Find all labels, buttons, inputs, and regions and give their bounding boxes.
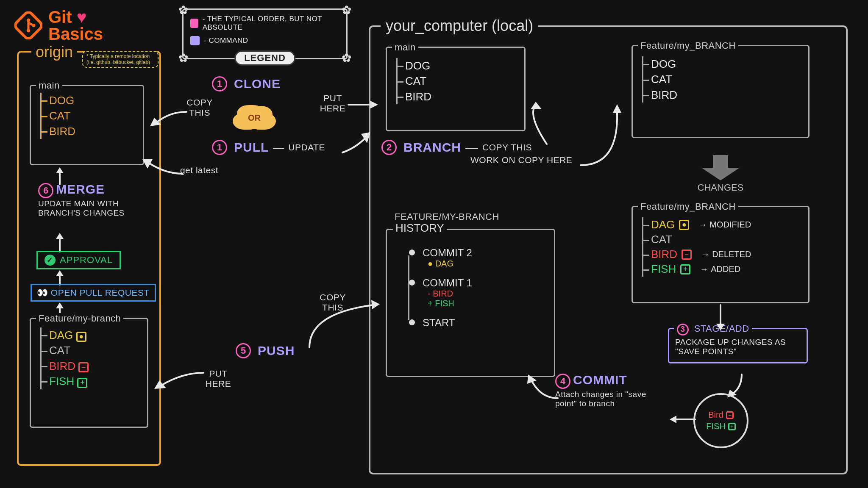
arrow-push-from-history: [305, 297, 381, 352]
svg-marker-19: [154, 380, 166, 389]
file-item-deleted: BIRD −: [40, 358, 141, 374]
approval-text: APPROVAL: [60, 255, 113, 266]
file-item: BIRD: [396, 89, 518, 104]
pr-text: OPEN PULL REQUEST: [51, 288, 150, 297]
file-item: CAT: [40, 108, 137, 123]
history-box: FEATURE/MY-BRANCH HISTORY COMMIT 2 ● DAG…: [386, 229, 555, 377]
pull-update: UPDATE: [288, 142, 325, 152]
file-item-added: FISH + ADDED: [642, 262, 802, 277]
commit-step: 4COMMIT Attach changes in "save point" t…: [555, 373, 674, 408]
arrow-clone-right: [348, 98, 378, 111]
pull-get-latest: get latest: [178, 165, 220, 175]
changes-label: CHANGES: [695, 182, 746, 193]
svg-marker-13: [370, 101, 378, 108]
history-rail: [408, 255, 409, 320]
commit-desc: Attach changes in "save point" to branch: [555, 390, 657, 408]
deleted-icon: −: [78, 362, 89, 372]
deleted-icon: −: [726, 411, 734, 419]
swatch-purple: [190, 36, 200, 45]
approval-badge: ✓ APPROVAL: [36, 251, 121, 269]
file-item: CAT: [642, 72, 802, 87]
branch-command: BRANCH: [403, 140, 461, 155]
step-number-6: 6: [38, 183, 53, 198]
arrow-pull-right: [342, 131, 376, 157]
svg-marker-16: [531, 102, 542, 109]
branch-copy-this: COPY THIS: [482, 142, 532, 152]
git-logo-icon: [14, 11, 42, 39]
svg-marker-10: [670, 416, 676, 423]
step-number-1-pull: 1: [212, 140, 227, 155]
stage-step: 3 STAGE/ADD PACKAGE UP CHANGES AS "SAVE …: [668, 328, 808, 363]
deleted-icon: −: [682, 250, 692, 260]
origin-branch-title: Feature/my-branch: [36, 313, 123, 324]
pull-command: PULL: [234, 140, 269, 155]
clone-command: CLONE: [234, 77, 281, 91]
step-number-5: 5: [236, 343, 251, 358]
commit-change: - BIRD: [423, 289, 548, 299]
legend-text-command: - COMMAND: [204, 36, 248, 45]
status-deleted: DELETED: [698, 250, 751, 259]
legend-row-command: - COMMAND: [190, 36, 339, 45]
heart-icon: ♥: [77, 8, 87, 26]
pull-request-badge: 👀 OPEN PULL REQUEST: [31, 284, 156, 302]
local-feature-title: Feature/my_BRANCH: [638, 40, 738, 51]
push-command: PUSH: [258, 344, 295, 358]
local-changes-box: Feature/my_BRANCH DAG ● MODIFIED CAT BIR…: [632, 206, 810, 303]
file-item: CAT: [642, 232, 802, 247]
commit-dot-icon: [409, 319, 415, 325]
arrow-merge-to-main: [53, 167, 66, 184]
file-item: DOG: [396, 58, 518, 73]
flourish-icon: ✿: [178, 3, 188, 17]
title-line1: Git: [48, 8, 72, 26]
history-commit: COMMIT 1 - BIRD + FISH: [410, 277, 548, 308]
svg-marker-8: [716, 324, 725, 330]
file-item: BIRD: [642, 87, 802, 103]
commit-dot-icon: [409, 250, 415, 255]
flourish-icon: ✿: [178, 51, 188, 65]
title-line2: Basics: [48, 25, 103, 42]
svg-marker-4: [56, 167, 64, 173]
commit-change: + FISH: [423, 299, 548, 308]
arrow-changes-to-stage: [712, 305, 729, 330]
clone-step: 1CLONE: [212, 76, 281, 92]
eyes-icon: 👀: [37, 288, 48, 297]
file-item: CAT: [40, 343, 141, 358]
history-title: HISTORY: [393, 222, 447, 235]
arrow-branch-copy: [530, 102, 623, 169]
arrow-savepoint-to-commit: [670, 411, 695, 428]
file-item: DOG: [642, 56, 802, 72]
step-number-2: 2: [381, 140, 397, 155]
origin-note: * Typically a remote location (i.e. gith…: [82, 51, 159, 68]
arrow-down-icon: [701, 155, 740, 180]
page-title: Git ♥ Basics: [14, 8, 103, 42]
file-item-deleted: BIRD − DELETED: [642, 247, 802, 262]
svg-marker-17: [613, 104, 621, 113]
svg-marker-6: [56, 270, 64, 276]
modified-icon: ●: [679, 220, 689, 230]
push-step: 5PUSH: [236, 343, 295, 358]
stage-desc: PACKAGE UP CHANGES AS "SAVE POINTS": [675, 338, 801, 356]
local-feature-box: Feature/my_BRANCH DOG CAT BIRD: [632, 45, 810, 138]
arrow-approval-to-merge: [53, 233, 66, 252]
arrow-push-to-origin: [153, 369, 203, 394]
legend-badge: LEGEND: [234, 50, 295, 66]
changes-arrow: CHANGES: [695, 152, 746, 193]
file-item-modified: DAG ●: [40, 327, 141, 343]
step-number-1: 1: [212, 76, 227, 92]
status-added: ADDED: [697, 264, 740, 274]
commit-dot-icon: [409, 280, 415, 286]
savepoint-item: FISH+: [706, 421, 736, 431]
legend-text-order: - THE TYPICAL ORDER, BUT NOT ABSOLUTE: [203, 15, 339, 32]
arrow-pr-to-approval: [53, 270, 66, 285]
local-label: your_computer (local): [381, 17, 538, 35]
file-item: DOG: [40, 93, 137, 108]
clone-put-here: PUT HERE: [314, 93, 352, 114]
check-icon: ✓: [45, 255, 56, 266]
local-changes-title: Feature/my_BRANCH: [638, 201, 738, 212]
modified-icon: ●: [76, 332, 86, 342]
svg-marker-18: [371, 300, 380, 309]
history-title-top: FEATURE/MY-BRANCH: [392, 211, 502, 222]
commit-change: ● DAG: [423, 259, 548, 269]
origin-main-box: main DOG CAT BIRD: [30, 85, 144, 165]
file-item-added: FISH +: [40, 374, 141, 389]
